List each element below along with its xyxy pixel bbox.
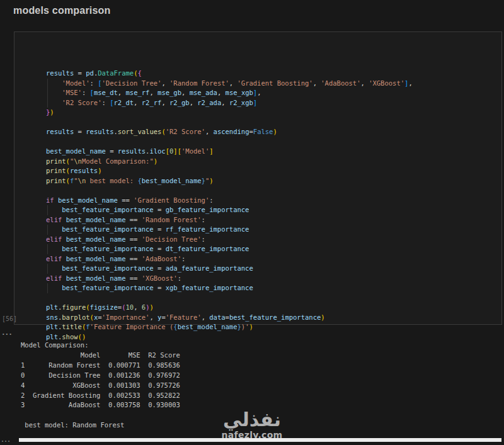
code-token: r2_rf <box>142 99 162 106</box>
code-token: sort_values <box>118 128 162 135</box>
code-line[interactable]: print("\nModel Comparison:") <box>46 157 413 167</box>
code-token: 'XGBoost' <box>369 79 404 87</box>
code-token: best_model_name <box>66 216 126 223</box>
code-token: , <box>161 99 169 106</box>
code-token: best_model_name <box>142 177 202 184</box>
code-token: ) <box>321 313 324 321</box>
code-token: 'Decision Tree' <box>102 79 162 87</box>
code-token: ] <box>253 99 257 106</box>
code-token <box>46 89 62 96</box>
code-line[interactable]: 'Model': ['Decision Tree', 'Random Fores… <box>46 79 413 89</box>
code-token: 'Importance' <box>102 313 150 321</box>
code-line[interactable]: results = pd.DataFrame({ <box>46 69 413 79</box>
code-line[interactable] <box>46 118 413 128</box>
code-cell: results = pd.DataFrame({ 'Model': ['Deci… <box>14 31 502 325</box>
code-token <box>46 245 62 252</box>
code-line[interactable]: print(f"\n best model: {best_model_name}… <box>46 176 413 186</box>
code-token: 'Random Forest' <box>142 216 202 223</box>
code-token: print <box>46 167 66 174</box>
code-token: ascending <box>214 128 249 135</box>
code-token: best model: <box>86 177 137 184</box>
code-token: , <box>134 303 142 311</box>
code-token: = <box>106 147 118 155</box>
code-line[interactable]: best_feature_importance = rf_feature_imp… <box>46 225 413 235</box>
code-token: , <box>181 89 190 96</box>
code-token: == <box>125 216 141 223</box>
code-line[interactable]: best_feature_importance = dt_feature_imp… <box>46 244 413 254</box>
code-token: ) <box>82 333 86 341</box>
code-token: Model Comparison:" <box>82 157 154 165</box>
code-token: , <box>202 313 210 321</box>
code-line[interactable]: elif best_model_name == 'AdaBoost': <box>46 254 413 264</box>
code-token: mse_xgb <box>226 89 253 96</box>
code-token: xgb_feature_importance <box>166 284 253 291</box>
code-token: sns <box>46 313 58 321</box>
code-token: 'Model' <box>62 79 89 87</box>
code-token: gb_feature_importance <box>166 206 249 213</box>
code-token: best_model_name <box>66 255 126 262</box>
code-token: best_feature_importance <box>62 225 153 233</box>
code-line[interactable]: best_feature_importance = xgb_feature_im… <box>46 283 413 293</box>
code-line[interactable]: plt.title(f'Feature Importance ({best_mo… <box>46 322 413 332</box>
code-token: = <box>154 225 166 233</box>
code-token: 'Gradient Boosting' <box>134 196 209 204</box>
watermark-arabic-logo: نفذلي <box>220 410 284 429</box>
code-line[interactable]: best_model_name = results.iloc[0]['Model… <box>46 147 413 157</box>
code-line[interactable] <box>46 137 413 147</box>
code-token: , <box>313 79 321 87</box>
code-line[interactable]: best_feature_importance = ada_feature_im… <box>46 264 413 274</box>
code-token: \n <box>74 157 82 165</box>
code-token: 'Feature Importance ( <box>90 323 174 330</box>
code-token: mse_gb <box>158 89 181 96</box>
cell-output-text: Model Comparison: Model MSE R2 Score 1 R… <box>21 341 180 431</box>
code-token: best_model_name <box>58 196 118 204</box>
code-line[interactable] <box>46 293 413 303</box>
code-line[interactable]: 'R2 Score': [r2_dt, r2_rf, r2_gb, r2_ada… <box>46 98 413 108</box>
code-token <box>46 284 62 291</box>
code-editor[interactable]: results = pd.DataFrame({ 'Model': ['Deci… <box>46 69 413 342</box>
code-line[interactable]: results = results.sort_values('R2 Score'… <box>46 127 413 137</box>
code-line[interactable] <box>46 186 413 196</box>
code-token: ] <box>209 147 213 155</box>
markdown-cell-title[interactable]: models comparison <box>13 5 111 16</box>
code-line[interactable]: elif best_model_name == 'XGBoost': <box>46 274 413 284</box>
code-line[interactable]: best_feature_importance = gb_feature_imp… <box>46 205 413 215</box>
code-token: plt <box>46 333 58 341</box>
code-token: mse_dt <box>94 89 118 96</box>
code-token: , <box>149 313 158 321</box>
code-line[interactable]: elif best_model_name == 'Decision Tree': <box>46 235 413 245</box>
code-token: = <box>154 206 166 213</box>
code-token: best_model_name <box>66 235 126 243</box>
code-line[interactable]: if best_model_name == 'Gradient Boosting… <box>46 196 413 206</box>
code-token: )' <box>241 323 249 330</box>
horizontal-scrollbar[interactable] <box>19 438 501 442</box>
code-token: print <box>46 157 66 165</box>
code-token: results <box>46 69 74 77</box>
code-token: 'Gradient Boosting' <box>238 79 313 87</box>
code-line[interactable]: sns.barplot(x='Importance', y='Feature',… <box>46 313 413 323</box>
code-token: = <box>154 264 166 272</box>
code-line[interactable]: 'MSE': [mse_dt, mse_rf, mse_gb, mse_ada,… <box>46 88 413 98</box>
output-collapse-indicator[interactable]: ... <box>1 329 12 337</box>
code-token: ) <box>209 177 213 184</box>
code-token <box>46 264 62 272</box>
code-line[interactable]: }) <box>46 108 413 118</box>
code-token: r2_gb <box>169 99 190 106</box>
code-token: == <box>118 196 134 204</box>
code-token: 'AdaBoost' <box>321 79 360 87</box>
code-token: r2_dt <box>114 99 134 106</box>
code-token: False <box>253 128 273 135</box>
code-line[interactable]: elif best_model_name == 'Random Forest': <box>46 215 413 225</box>
code-line[interactable]: plt.figure(figsize=(10, 6)) <box>46 303 413 313</box>
code-token: 'R2 Score' <box>166 128 205 135</box>
code-token: best_feature_importance <box>62 206 153 213</box>
code-token: == <box>125 235 141 243</box>
code-line[interactable]: print(results) <box>46 166 413 176</box>
code-token: print <box>46 177 66 184</box>
code-token: , <box>118 89 126 96</box>
code-token: r2_xgb <box>229 99 253 106</box>
code-token: elif <box>46 235 62 243</box>
code-token: elif <box>46 274 62 282</box>
code-token: , <box>205 128 214 135</box>
code-token: 'R2 Score' <box>62 99 101 106</box>
